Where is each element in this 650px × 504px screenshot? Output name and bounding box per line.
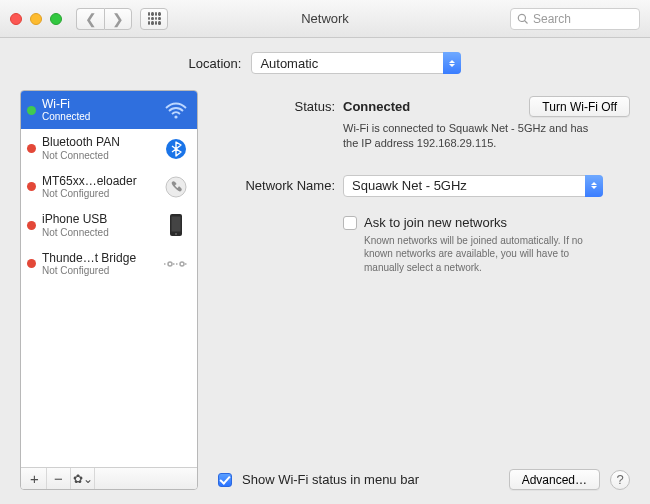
add-interface-button[interactable]: +: [23, 468, 47, 490]
back-button[interactable]: ❮: [76, 8, 104, 30]
svg-point-7: [180, 262, 184, 266]
status-label: Status:: [218, 96, 343, 114]
show-status-checkbox[interactable]: [218, 473, 232, 487]
minimize-icon[interactable]: [30, 13, 42, 25]
status-dot-icon: [27, 106, 36, 115]
iphone-icon: [163, 212, 189, 238]
status-dot-icon: [27, 144, 36, 153]
network-name-label: Network Name:: [218, 175, 343, 193]
search-input[interactable]: Search: [510, 8, 640, 30]
chevron-updown-icon: [443, 52, 461, 74]
grid-icon: [148, 12, 161, 25]
status-value: Connected: [343, 99, 410, 114]
sidebar-item-label: Bluetooth PAN: [42, 135, 157, 149]
zoom-icon[interactable]: [50, 13, 62, 25]
ask-join-checkbox[interactable]: [343, 216, 357, 230]
window-controls: [10, 13, 62, 25]
location-value: Automatic: [260, 56, 318, 71]
status-description: Wi-Fi is connected to Squawk Net - 5GHz …: [343, 121, 603, 151]
sidebar-item-mt65xx[interactable]: MT65xx…eloaderNot Configured: [21, 168, 197, 206]
show-status-label: Show Wi-Fi status in menu bar: [242, 472, 419, 487]
chevron-updown-icon: [585, 175, 603, 197]
sidebar-item-wifi[interactable]: Wi-FiConnected: [21, 91, 197, 129]
wifi-icon: [163, 97, 189, 123]
ask-join-label: Ask to join new networks: [364, 215, 604, 230]
svg-rect-4: [172, 217, 181, 232]
ask-join-note: Known networks will be joined automatica…: [364, 234, 604, 275]
help-button[interactable]: ?: [610, 470, 630, 490]
network-name-select[interactable]: Squawk Net - 5GHz: [343, 175, 603, 197]
sidebar-item-label: Thunde…t Bridge: [42, 251, 157, 265]
sidebar-item-bluetooth[interactable]: Bluetooth PANNot Connected: [21, 129, 197, 167]
sidebar-item-sub: Connected: [42, 111, 157, 123]
bluetooth-icon: [163, 136, 189, 162]
search-placeholder: Search: [533, 12, 571, 26]
forward-button[interactable]: ❯: [104, 8, 132, 30]
sidebar-item-label: Wi-Fi: [42, 97, 157, 111]
status-dot-icon: [27, 221, 36, 230]
location-select[interactable]: Automatic: [251, 52, 461, 74]
network-name-value: Squawk Net - 5GHz: [352, 178, 467, 193]
advanced-button[interactable]: Advanced…: [509, 469, 600, 490]
turn-wifi-off-button[interactable]: Turn Wi-Fi Off: [529, 96, 630, 117]
sidebar-item-thunderbolt[interactable]: Thunde…t BridgeNot Configured: [21, 245, 197, 283]
status-dot-icon: [27, 259, 36, 268]
network-sidebar: Wi-FiConnected Bluetooth PANNot Connecte…: [20, 90, 198, 490]
detail-panel: Status: Connected Turn Wi-Fi Off Wi-Fi i…: [218, 90, 630, 490]
remove-interface-button[interactable]: −: [47, 468, 71, 490]
sidebar-item-sub: Not Connected: [42, 150, 157, 162]
show-all-button[interactable]: [140, 8, 168, 30]
sidebar-item-label: MT65xx…eloader: [42, 174, 157, 188]
titlebar: ❮ ❯ Network Search: [0, 0, 650, 38]
location-label: Location:: [189, 56, 242, 71]
ethernet-icon: [163, 251, 189, 277]
sidebar-item-sub: Not Configured: [42, 265, 157, 277]
svg-point-6: [168, 262, 172, 266]
status-dot-icon: [27, 182, 36, 191]
close-icon[interactable]: [10, 13, 22, 25]
sidebar-item-label: iPhone USB: [42, 212, 157, 226]
search-icon: [517, 13, 529, 25]
phone-icon: [163, 174, 189, 200]
sidebar-item-iphone-usb[interactable]: iPhone USBNot Connected: [21, 206, 197, 244]
svg-point-0: [174, 116, 177, 119]
gear-icon: ✿⌄: [73, 472, 93, 486]
svg-point-5: [175, 233, 177, 235]
sidebar-item-sub: Not Configured: [42, 188, 157, 200]
sidebar-item-sub: Not Connected: [42, 227, 157, 239]
actions-menu-button[interactable]: ✿⌄: [71, 468, 95, 490]
